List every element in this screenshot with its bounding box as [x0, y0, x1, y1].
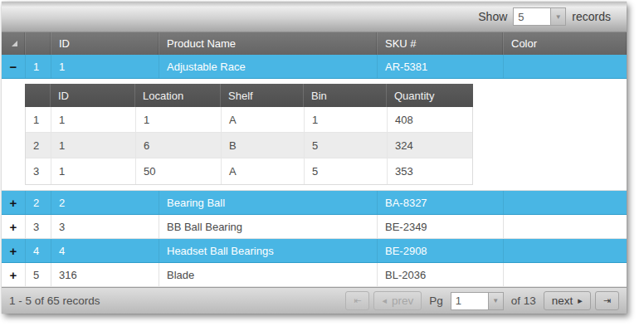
detail-location-cell: 50: [136, 158, 222, 184]
first-page-button[interactable]: ⇤: [345, 291, 369, 310]
color-cell: [504, 263, 627, 286]
column-header-sku[interactable]: SKU #: [378, 32, 504, 55]
collapse-row-icon[interactable]: −: [10, 61, 17, 73]
expand-row-icon[interactable]: +: [10, 269, 17, 281]
grid-toolbar: Show ▼ records: [2, 2, 627, 32]
column-header-color[interactable]: Color: [504, 32, 627, 55]
next-label: next: [552, 295, 573, 307]
detail-column-header-quantity[interactable]: Quantity: [387, 84, 473, 107]
product-name-cell: Headset Ball Bearings: [159, 239, 378, 262]
detail-table-row[interactable]: 2 1 6 B 5 324: [26, 133, 472, 158]
detail-location-cell: 6: [136, 133, 222, 158]
detail-column-header-shelf[interactable]: Shelf: [221, 84, 304, 107]
row-number-cell: 2: [26, 191, 51, 214]
sku-cell: BL-2036: [378, 263, 504, 286]
corner-triangle-icon: [12, 41, 17, 46]
table-row[interactable]: + 5 316 Blade BL-2036: [2, 263, 627, 287]
id-cell: 4: [51, 239, 159, 262]
data-grid-widget: Show ▼ records ID Product Name SKU # Col…: [2, 2, 627, 314]
pager: ⇤ ◂ prev Pg ▼ of 13 next ▸ ⇥: [345, 291, 619, 310]
detail-column-header-location[interactable]: Location: [135, 84, 221, 107]
chevron-down-icon[interactable]: ▼: [488, 293, 503, 309]
detail-bin-cell: 5: [305, 133, 388, 158]
records-summary: 1 - 5 of 65 records: [9, 295, 100, 307]
first-page-icon: ⇤: [354, 296, 361, 305]
prev-arrow-icon: ◂: [382, 296, 387, 305]
page-number-select[interactable]: ▼: [451, 292, 504, 310]
detail-column-header-id[interactable]: ID: [51, 84, 135, 107]
page-size-select[interactable]: ▼: [513, 7, 566, 26]
page-number-input[interactable]: [451, 293, 488, 309]
detail-column-header-bin[interactable]: Bin: [304, 84, 387, 107]
id-cell: 3: [51, 215, 159, 238]
row-number-cell: 4: [26, 239, 51, 262]
detail-table: ID Location Shelf Bin Quantity 1 1 1 A 1…: [25, 84, 473, 185]
color-cell: [504, 55, 627, 78]
detail-location-cell: 1: [136, 107, 222, 132]
row-number-cell: 3: [26, 215, 51, 238]
column-header-id[interactable]: ID: [51, 32, 159, 55]
table-row[interactable]: + 3 3 BB Ball Bearing BE-2349: [2, 215, 627, 239]
row-number-header-cell: [26, 32, 51, 55]
product-name-cell: Bearing Ball: [159, 191, 378, 214]
product-name-cell: BB Ball Bearing: [159, 215, 378, 238]
color-cell: [504, 215, 627, 238]
detail-shelf-cell: B: [222, 133, 305, 158]
product-name-cell: Adjustable Race: [159, 55, 378, 78]
expand-row-icon[interactable]: +: [10, 245, 17, 257]
table-row[interactable]: − 1 1 Adjustable Race AR-5381: [2, 55, 627, 79]
expand-row-icon[interactable]: +: [10, 221, 17, 233]
grid-footer: 1 - 5 of 65 records ⇤ ◂ prev Pg ▼ of 13 …: [2, 287, 627, 314]
detail-id-cell: 1: [51, 133, 136, 158]
color-cell: [504, 239, 627, 262]
next-arrow-icon: ▸: [578, 296, 583, 305]
show-label: Show: [478, 10, 507, 23]
table-row[interactable]: + 2 2 Bearing Ball BA-8327: [2, 191, 627, 215]
page-label: Pg: [429, 295, 443, 307]
detail-id-cell: 1: [51, 158, 136, 184]
next-page-button[interactable]: next ▸: [544, 291, 591, 310]
sku-cell: BE-2349: [378, 215, 504, 238]
detail-table-row[interactable]: 1 1 1 A 1 408: [26, 107, 472, 133]
page-count-label: of 13: [511, 295, 536, 307]
table-row[interactable]: + 4 4 Headset Ball Bearings BE-2908: [2, 239, 627, 263]
detail-id-cell: 1: [51, 107, 136, 132]
product-name-cell: Blade: [159, 263, 378, 286]
detail-row-number-cell: 2: [26, 133, 51, 158]
detail-shelf-cell: A: [222, 107, 305, 132]
detail-bin-cell: 5: [305, 158, 388, 184]
chevron-down-icon[interactable]: ▼: [550, 8, 565, 25]
detail-quantity-cell: 353: [388, 158, 472, 184]
sku-cell: AR-5381: [378, 55, 504, 78]
detail-row-number-cell: 3: [26, 158, 51, 184]
sku-cell: BE-2908: [378, 239, 504, 262]
detail-quantity-cell: 408: [388, 107, 472, 132]
detail-row-number-header: [25, 84, 51, 107]
color-cell: [504, 191, 627, 214]
prev-page-button[interactable]: ◂ prev: [373, 291, 422, 310]
detail-table-row[interactable]: 3 1 50 A 5 353: [26, 158, 472, 184]
row-number-cell: 5: [26, 263, 51, 286]
column-header-product-name[interactable]: Product Name: [159, 32, 378, 55]
expand-row-icon[interactable]: +: [10, 197, 17, 209]
detail-quantity-cell: 324: [388, 133, 472, 158]
row-detail-panel: ID Location Shelf Bin Quantity 1 1 1 A 1…: [2, 79, 627, 191]
grid-header-row: ID Product Name SKU # Color: [2, 32, 627, 55]
records-label: records: [572, 10, 611, 23]
id-cell: 2: [51, 191, 159, 214]
id-cell: 1: [51, 55, 159, 78]
id-cell: 316: [51, 263, 159, 286]
page-size-input[interactable]: [514, 8, 550, 25]
detail-bin-cell: 1: [305, 107, 388, 132]
row-number-cell: 1: [26, 55, 51, 78]
last-page-button[interactable]: ⇥: [595, 291, 619, 310]
prev-label: prev: [392, 295, 413, 307]
last-page-icon: ⇥: [603, 296, 611, 305]
detail-header-row: ID Location Shelf Bin Quantity: [25, 84, 473, 107]
detail-row-number-cell: 1: [26, 107, 51, 132]
sku-cell: BA-8327: [378, 191, 504, 214]
collapse-all-header-cell[interactable]: [2, 32, 26, 55]
detail-shelf-cell: A: [222, 158, 305, 184]
